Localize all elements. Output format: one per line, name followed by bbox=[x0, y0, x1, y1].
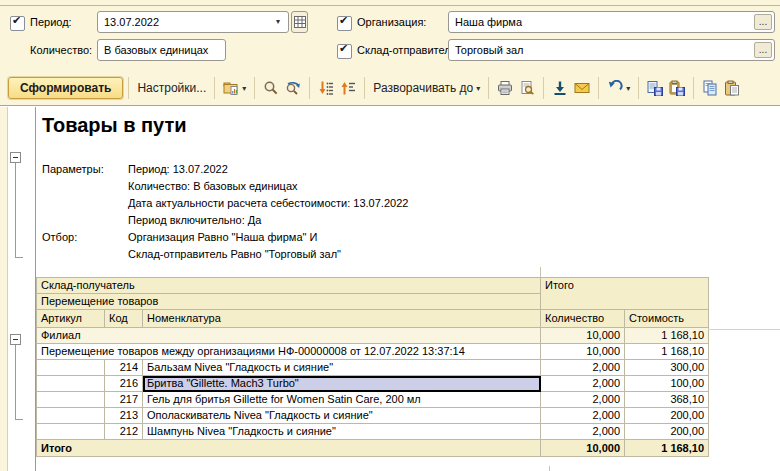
toolbar-separator bbox=[214, 77, 215, 99]
collapse-rows-icon bbox=[340, 80, 356, 96]
report-left-margin bbox=[0, 107, 8, 471]
search-button[interactable] bbox=[260, 78, 282, 98]
params-label: Параметры: bbox=[42, 161, 126, 178]
item-article-cell[interactable] bbox=[37, 392, 105, 408]
item-row: 216 Бритва "Gillette. Mach3 Turbo" 2,000… bbox=[37, 376, 709, 392]
generate-button[interactable]: Сформировать bbox=[8, 77, 123, 99]
header-quantity[interactable]: Количество bbox=[541, 310, 625, 328]
item-cost-cell[interactable]: 200,00 bbox=[625, 424, 709, 440]
collapse-rows-button[interactable] bbox=[337, 78, 359, 98]
warehouse-checkbox[interactable] bbox=[337, 44, 352, 59]
header-nomenclature[interactable]: Номенклатура bbox=[143, 310, 541, 328]
document-qty-cell[interactable]: 10,000 bbox=[541, 344, 625, 360]
group-cost-cell[interactable]: 1 168,10 bbox=[625, 328, 709, 344]
item-cost-cell[interactable]: 300,00 bbox=[625, 360, 709, 376]
collapse-branch-group-button[interactable] bbox=[10, 334, 21, 345]
item-cost-cell[interactable]: 200,00 bbox=[625, 408, 709, 424]
document-cost-cell[interactable]: 1 168,10 bbox=[625, 344, 709, 360]
restore-settings-button[interactable] bbox=[666, 78, 688, 98]
panel-top-border bbox=[0, 5, 780, 6]
warehouse-input[interactable]: Торговый зал ... bbox=[448, 39, 775, 61]
item-qty-cell[interactable]: 2,000 bbox=[541, 408, 625, 424]
organization-select-button[interactable]: ... bbox=[754, 14, 772, 30]
search-next-button[interactable] bbox=[282, 78, 304, 98]
param-line: Количество: В базовых единицах bbox=[128, 178, 298, 195]
header-article[interactable]: Артикул bbox=[37, 310, 105, 328]
item-qty-cell[interactable]: 2,000 bbox=[541, 424, 625, 440]
item-code-cell[interactable]: 217 bbox=[105, 392, 143, 408]
variants-dropdown-arrow: ▾ bbox=[242, 84, 246, 93]
warehouse-select-button[interactable]: ... bbox=[754, 42, 772, 58]
group-qty-cell[interactable]: 10,000 bbox=[541, 328, 625, 344]
report-variants-button[interactable]: ▾ bbox=[220, 78, 249, 98]
tree-line bbox=[15, 345, 16, 419]
header-code[interactable]: Код bbox=[105, 310, 143, 328]
copy-icon bbox=[702, 80, 718, 96]
item-qty-cell[interactable]: 2,000 bbox=[541, 360, 625, 376]
period-checkbox[interactable] bbox=[10, 16, 25, 31]
document-name-cell[interactable]: Перемещение товаров между организациями … bbox=[37, 344, 541, 360]
header-warehouse-receiver[interactable]: Склад-получатель bbox=[37, 278, 541, 294]
item-row: 213 Ополаскиватель Nivea "Гладкость и си… bbox=[37, 408, 709, 424]
mail-button[interactable] bbox=[571, 78, 593, 98]
collapse-header-group-button[interactable] bbox=[10, 152, 21, 163]
period-label: Период: bbox=[30, 11, 72, 33]
item-article-cell[interactable] bbox=[37, 360, 105, 376]
item-article-cell[interactable] bbox=[37, 376, 105, 392]
item-qty-cell[interactable]: 2,000 bbox=[541, 376, 625, 392]
search-icon bbox=[263, 80, 279, 96]
header-total[interactable]: Итого bbox=[541, 278, 709, 310]
expand-rows-button[interactable] bbox=[315, 78, 337, 98]
save-button[interactable] bbox=[549, 78, 571, 98]
report-toolbar: Сформировать Настройки... ▾ bbox=[0, 71, 780, 105]
organization-checkbox[interactable] bbox=[337, 16, 352, 31]
print-preview-button[interactable] bbox=[516, 78, 538, 98]
expand-to-dropdown-arrow: ▾ bbox=[476, 84, 480, 93]
copy-button[interactable] bbox=[699, 78, 721, 98]
grid-line bbox=[549, 466, 550, 471]
total-qty-cell[interactable]: 10,000 bbox=[541, 440, 625, 457]
print-icon bbox=[497, 80, 513, 96]
undo-button[interactable]: ▾ bbox=[604, 78, 633, 98]
total-cost-cell[interactable]: 1 168,10 bbox=[625, 440, 709, 457]
search-next-icon bbox=[285, 80, 301, 96]
item-code-cell[interactable]: 213 bbox=[105, 408, 143, 424]
selection-line: Организация Равно "Наша фирма" И bbox=[128, 229, 317, 246]
expand-rows-icon bbox=[318, 80, 334, 96]
header-cost[interactable]: Стоимость bbox=[625, 310, 709, 328]
period-input[interactable]: 13.07.2022 ▾ bbox=[97, 11, 289, 33]
item-code-cell[interactable]: 216 bbox=[105, 376, 143, 392]
calendar-button[interactable] bbox=[291, 11, 308, 33]
paste-button[interactable] bbox=[721, 78, 743, 98]
group-name-cell[interactable]: Филиал bbox=[37, 328, 541, 344]
quantity-input[interactable]: В базовых единицах bbox=[97, 39, 226, 61]
item-cost-cell[interactable]: 368,10 bbox=[625, 392, 709, 408]
save-settings-button[interactable] bbox=[644, 78, 666, 98]
item-article-cell[interactable] bbox=[37, 424, 105, 440]
total-row: Итого 10,000 1 168,10 bbox=[37, 440, 709, 457]
settings-button[interactable]: Настройки... bbox=[134, 79, 209, 97]
toolbar-separator bbox=[309, 77, 310, 99]
item-name-cell[interactable]: Ополаскиватель Nivea "Гладкость и сияние… bbox=[143, 408, 541, 424]
item-cost-cell[interactable]: 100,00 bbox=[625, 376, 709, 392]
item-name-cell[interactable]: Гель для бритья Gillette for Women Satin… bbox=[143, 392, 541, 408]
organization-input[interactable]: Наша фирма ... bbox=[448, 11, 775, 33]
item-code-cell[interactable]: 214 bbox=[105, 360, 143, 376]
tree-line bbox=[15, 419, 23, 420]
item-name-cell[interactable]: Бальзам Nivea "Гладкость и сияние" bbox=[143, 360, 541, 376]
total-label-cell[interactable]: Итого bbox=[37, 440, 541, 457]
header-movement[interactable]: Перемещение товаров bbox=[37, 294, 541, 310]
item-name-cell[interactable]: Шампунь Nivea "Гладкость и сияние" bbox=[143, 424, 541, 440]
selection-label: Отбор: bbox=[42, 229, 126, 246]
toolbar-separator bbox=[638, 77, 639, 99]
item-code-cell[interactable]: 212 bbox=[105, 424, 143, 440]
selected-cell[interactable]: Бритва "Gillette. Mach3 Turbo" bbox=[143, 376, 541, 392]
print-button[interactable] bbox=[494, 78, 516, 98]
expand-to-button[interactable]: Разворачивать до ▾ bbox=[370, 79, 483, 97]
item-article-cell[interactable] bbox=[37, 408, 105, 424]
period-dropdown-arrow[interactable]: ▾ bbox=[271, 12, 285, 32]
undo-icon bbox=[607, 80, 623, 96]
item-qty-cell[interactable]: 2,000 bbox=[541, 392, 625, 408]
report-area: Товары в пути Параметры: Период: 13.07.2… bbox=[0, 107, 780, 471]
toolbar-separator bbox=[693, 77, 694, 99]
